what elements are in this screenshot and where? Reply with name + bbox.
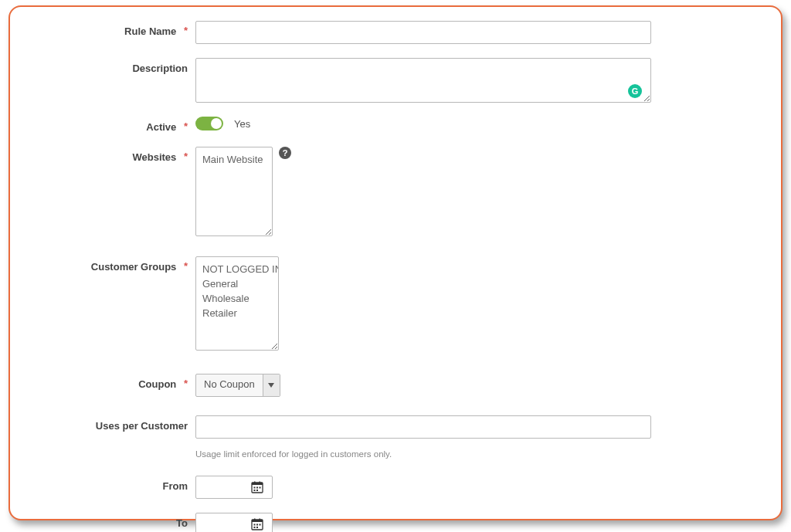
label-rule-name-text: Rule Name	[124, 25, 176, 37]
svg-rect-13	[254, 524, 256, 526]
website-option[interactable]: Main Website	[199, 152, 269, 167]
row-to: To	[33, 513, 758, 532]
svg-rect-1	[252, 483, 263, 485]
uses-per-customer-hint: Usage limit enforced for logged in custo…	[195, 449, 758, 459]
active-toggle-label: Yes	[234, 118, 250, 130]
rule-form-panel: Rule Name * Description G Active * Yes W…	[8, 5, 783, 520]
svg-rect-10	[252, 520, 263, 522]
label-websites: Websites *	[33, 147, 195, 163]
label-websites-text: Websites	[132, 151, 176, 163]
required-marker: *	[184, 260, 188, 272]
svg-rect-2	[254, 482, 256, 484]
svg-rect-4	[254, 487, 256, 489]
label-customer-groups: Customer Groups *	[33, 256, 195, 273]
label-to: To	[33, 513, 195, 529]
label-uses-per-customer-text: Uses per Customer	[96, 420, 188, 432]
coupon-selected-text: No Coupon	[196, 374, 263, 396]
label-active: Active *	[33, 117, 195, 133]
svg-rect-6	[260, 487, 261, 489]
rule-name-input[interactable]	[195, 21, 651, 44]
label-coupon: Coupon *	[33, 374, 195, 390]
row-coupon: Coupon * No Coupon	[33, 374, 758, 397]
svg-rect-12	[260, 519, 261, 521]
svg-rect-14	[256, 524, 258, 526]
svg-rect-11	[254, 519, 256, 521]
calendar-icon[interactable]	[249, 481, 266, 493]
row-rule-name: Rule Name *	[33, 21, 758, 44]
to-date-field	[195, 513, 273, 532]
row-customer-groups: Customer Groups * NOT LOGGED IN General …	[33, 256, 758, 351]
help-icon[interactable]: ?	[279, 147, 291, 159]
row-uses-per-customer: Uses per Customer Usage limit enforced f…	[33, 415, 758, 459]
chevron-down-icon[interactable]	[263, 374, 280, 396]
label-description-text: Description	[132, 63, 188, 74]
required-marker: *	[184, 120, 188, 132]
customer-group-option[interactable]: NOT LOGGED IN	[199, 262, 275, 276]
row-active: Active * Yes	[33, 117, 758, 133]
svg-rect-3	[260, 482, 261, 484]
label-from: From	[33, 476, 195, 492]
customer-group-option[interactable]: General	[199, 276, 275, 291]
row-websites: Websites * Main Website ?	[33, 147, 758, 236]
svg-rect-16	[254, 527, 256, 528]
active-toggle[interactable]	[195, 117, 223, 130]
required-marker: *	[184, 25, 188, 36]
customer-group-option[interactable]: Wholesale	[199, 291, 275, 306]
label-description: Description	[33, 58, 195, 74]
label-active-text: Active	[146, 121, 176, 133]
customer-groups-multiselect[interactable]: NOT LOGGED IN General Wholesale Retailer	[195, 256, 279, 351]
coupon-select[interactable]: No Coupon	[195, 374, 280, 397]
svg-rect-8	[256, 490, 258, 491]
svg-rect-7	[254, 490, 256, 491]
label-rule-name: Rule Name *	[33, 21, 195, 37]
calendar-icon[interactable]	[249, 518, 266, 530]
label-uses-per-customer: Uses per Customer	[33, 415, 195, 432]
row-description: Description G	[33, 58, 758, 103]
grammarly-icon: G	[628, 84, 642, 98]
svg-rect-5	[256, 487, 258, 489]
required-marker: *	[184, 378, 188, 389]
description-textarea[interactable]	[195, 58, 651, 103]
required-marker: *	[184, 151, 188, 162]
row-from: From	[33, 476, 758, 499]
label-customer-groups-text: Customer Groups	[91, 261, 177, 273]
uses-per-customer-input[interactable]	[195, 415, 651, 439]
websites-multiselect[interactable]: Main Website	[195, 147, 273, 236]
from-date-field	[195, 476, 273, 499]
customer-group-option[interactable]: Retailer	[199, 306, 275, 320]
from-date-input[interactable]	[201, 481, 249, 494]
svg-rect-17	[256, 527, 258, 528]
label-coupon-text: Coupon	[138, 378, 176, 390]
svg-rect-15	[260, 524, 261, 526]
label-to-text: To	[176, 517, 188, 529]
to-date-input[interactable]	[201, 518, 249, 531]
label-from-text: From	[163, 480, 188, 492]
